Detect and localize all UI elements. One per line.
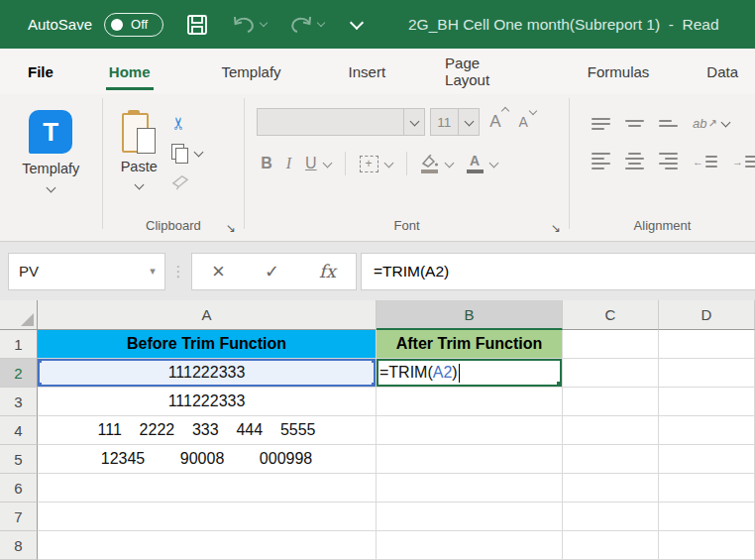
row-header-5[interactable]: 5: [0, 445, 38, 474]
format-painter-button[interactable]: [171, 168, 202, 197]
font-dialog-launcher[interactable]: ↘: [551, 221, 561, 235]
copy-button[interactable]: [171, 138, 202, 168]
cell-a1[interactable]: Before Trim Function: [38, 330, 377, 359]
fill-color-button[interactable]: [421, 155, 453, 173]
paste-button[interactable]: Paste: [121, 110, 158, 188]
autosave-toggle[interactable]: Off: [104, 13, 163, 37]
cell-a4[interactable]: 111 2222 333 444 5555: [38, 416, 377, 445]
column-header-d[interactable]: D: [659, 300, 755, 330]
align-left-icon: [592, 153, 610, 169]
italic-button[interactable]: I: [286, 155, 291, 172]
cell-d5[interactable]: [659, 445, 755, 474]
autosave-toggle-state: Off: [131, 17, 148, 32]
alignment-row-2: ← →: [570, 153, 755, 169]
templafy-button[interactable]: T Templafy: [22, 94, 79, 191]
cell-d2[interactable]: [659, 359, 755, 388]
row-header-2[interactable]: 2: [0, 359, 38, 388]
orientation-button[interactable]: ab ↗: [693, 116, 729, 131]
increase-indent-button[interactable]: →: [732, 156, 755, 168]
shrink-font-button[interactable]: A: [518, 112, 527, 132]
cell-b5[interactable]: [377, 445, 563, 474]
cell-b1[interactable]: After Trim Function: [377, 330, 563, 359]
cell-d3[interactable]: [659, 388, 755, 416]
enter-button[interactable]: ✓: [265, 263, 279, 280]
column-header-c[interactable]: C: [563, 300, 659, 330]
cell-c2[interactable]: [563, 359, 659, 388]
tab-home[interactable]: Home: [92, 49, 167, 94]
cell-d1[interactable]: [659, 330, 755, 359]
cut-button[interactable]: ✂: [171, 108, 202, 138]
cell-c3[interactable]: [563, 388, 659, 416]
bold-button[interactable]: B: [261, 155, 272, 172]
row-header-4[interactable]: 4: [0, 416, 38, 445]
undo-button[interactable]: [231, 14, 267, 36]
align-top-button[interactable]: [592, 118, 610, 130]
selection-handle: [38, 359, 42, 363]
tab-insert[interactable]: Insert: [332, 49, 403, 94]
cell-d7[interactable]: [659, 503, 755, 531]
cancel-button[interactable]: ×: [212, 261, 225, 282]
align-bottom-button[interactable]: [659, 120, 678, 127]
formula-input[interactable]: =TRIM(A2): [361, 253, 755, 290]
row-header-3[interactable]: 3: [0, 388, 38, 416]
row-header-7[interactable]: 7: [0, 503, 38, 531]
tab-templafy[interactable]: Templafy: [205, 49, 298, 94]
cell-d6[interactable]: [659, 474, 755, 503]
autosave-label: AutoSave: [28, 16, 92, 33]
cell-b8[interactable]: [377, 531, 563, 560]
clipboard-dialog-launcher[interactable]: ↘: [226, 221, 236, 235]
cell-a7[interactable]: [38, 503, 377, 531]
tab-formulas[interactable]: Formulas: [571, 49, 667, 94]
caret-down-icon: [529, 107, 537, 115]
row-header-1[interactable]: 1: [0, 330, 38, 359]
name-box[interactable]: PV ▾: [8, 253, 165, 290]
clipboard-group-label: Clipboard: [103, 218, 245, 233]
align-middle-button[interactable]: [625, 120, 644, 127]
underline-button[interactable]: U: [305, 155, 331, 172]
column-header-b[interactable]: B: [377, 300, 563, 330]
decrease-indent-button[interactable]: ←: [693, 156, 717, 168]
cell-b6[interactable]: [377, 474, 563, 503]
name-box-dropdown[interactable]: ▾: [141, 265, 164, 278]
cell-b7[interactable]: [377, 503, 563, 531]
font-color-button[interactable]: A: [467, 154, 497, 173]
grow-font-button[interactable]: A: [489, 112, 500, 132]
cell-a3[interactable]: 111222333: [38, 388, 377, 416]
cell-c4[interactable]: [563, 416, 659, 445]
cell-d8[interactable]: [659, 531, 755, 560]
cell-a6[interactable]: [38, 474, 377, 503]
redo-button[interactable]: [288, 14, 324, 36]
cell-c8[interactable]: [563, 531, 659, 560]
cell-c6[interactable]: [563, 474, 659, 503]
font-row-1: 11 A A: [245, 108, 569, 136]
chevron-down-icon: [444, 158, 454, 168]
chevron-down-icon: [464, 116, 474, 126]
tab-file[interactable]: File: [11, 49, 70, 94]
cell-b2[interactable]: =TRIM(A2): [377, 359, 563, 388]
align-center-button[interactable]: [625, 153, 644, 169]
font-size-combobox[interactable]: 11: [430, 108, 480, 136]
cell-d4[interactable]: [659, 416, 755, 445]
select-all-corner[interactable]: [0, 300, 38, 330]
quick-access-toolbar-button[interactable]: [352, 21, 362, 28]
cell-a5[interactable]: 12345 90008 000998: [38, 445, 377, 474]
insert-function-button[interactable]: fx: [319, 263, 336, 280]
cell-c5[interactable]: [563, 445, 659, 474]
tab-data[interactable]: Data: [690, 49, 755, 94]
formula-bar-resizer[interactable]: ⋮: [165, 263, 191, 280]
font-name-combobox[interactable]: [257, 108, 425, 136]
cell-a2[interactable]: 111222333: [38, 359, 377, 388]
save-button[interactable]: [185, 13, 209, 37]
cell-b4[interactable]: [377, 416, 563, 445]
row-header-6[interactable]: 6: [0, 474, 38, 503]
cell-b3[interactable]: [377, 388, 563, 416]
cell-c1[interactable]: [563, 330, 659, 359]
row-header-8[interactable]: 8: [0, 531, 38, 560]
align-right-button[interactable]: [659, 153, 678, 169]
cell-a8[interactable]: [38, 531, 377, 560]
tab-page-layout[interactable]: Page Layout: [428, 49, 543, 94]
column-header-a[interactable]: A: [38, 300, 377, 330]
align-left-button[interactable]: [592, 153, 610, 169]
cell-c7[interactable]: [563, 503, 659, 531]
borders-button[interactable]: +: [360, 156, 392, 172]
